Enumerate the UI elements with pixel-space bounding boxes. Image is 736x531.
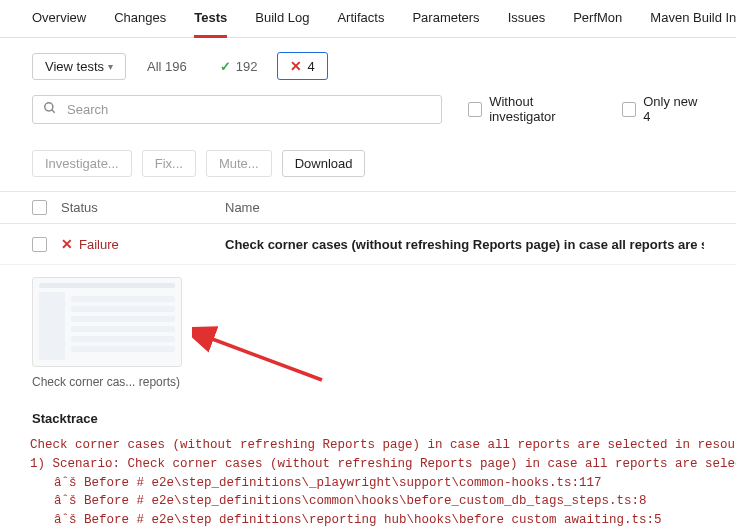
failed-count: 4 [307, 59, 314, 74]
thumbnail-caption: Check corner cas... reports) [32, 375, 212, 389]
tab-overview[interactable]: Overview [32, 10, 86, 37]
status-badge: ✕ Failure [61, 236, 211, 252]
stack-line: âˆš Before # e2e\step_definitions\_playw… [20, 474, 704, 493]
table-header: Status Name [0, 191, 736, 224]
view-tests-label: View tests [45, 59, 104, 74]
stack-line: âˆš Before # e2e\step_definitions\common… [20, 492, 704, 511]
table-row[interactable]: ✕ Failure Check corner cases (without re… [0, 224, 736, 265]
stack-line: Check corner cases (without refreshing R… [20, 436, 704, 455]
view-tests-dropdown[interactable]: View tests ▾ [32, 53, 126, 80]
checkbox-icon [468, 102, 482, 117]
tab-build-log[interactable]: Build Log [255, 10, 309, 37]
filter-all[interactable]: All 196 [134, 53, 200, 80]
passed-count: 192 [236, 59, 258, 74]
status-text: Failure [79, 237, 119, 252]
checkbox-icon [622, 102, 636, 117]
svg-line-1 [52, 109, 55, 112]
fix-button[interactable]: Fix... [142, 150, 196, 177]
search-input[interactable] [65, 101, 431, 118]
x-icon: ✕ [61, 236, 73, 252]
select-all-checkbox[interactable] [32, 200, 47, 215]
only-new-label: Only new 4 [643, 94, 704, 124]
filter-row: View tests ▾ All 196 ✓ 192 ✕ 4 [0, 38, 736, 80]
check-icon: ✓ [220, 59, 231, 74]
x-icon: ✕ [290, 58, 302, 74]
tab-perfmon[interactable]: PerfMon [573, 10, 622, 37]
svg-point-0 [45, 102, 53, 110]
test-name: Check corner cases (without refreshing R… [225, 237, 704, 252]
stacktrace-title: Stacktrace [0, 389, 736, 432]
screenshot-thumbnail[interactable] [32, 277, 182, 367]
tab-changes[interactable]: Changes [114, 10, 166, 37]
tab-bar: Overview Changes Tests Build Log Artifac… [0, 0, 736, 38]
mute-button[interactable]: Mute... [206, 150, 272, 177]
investigate-button[interactable]: Investigate... [32, 150, 132, 177]
chevron-down-icon: ▾ [108, 61, 113, 72]
tab-issues[interactable]: Issues [508, 10, 546, 37]
row-checkbox[interactable] [32, 237, 47, 252]
search-row: Without investigator Only new 4 [0, 80, 736, 124]
stack-line: âˆš Before # e2e\step definitions\report… [20, 511, 704, 530]
stack-line: 1) Scenario: Check corner cases (without… [20, 455, 704, 474]
filter-passed[interactable]: ✓ 192 [208, 54, 270, 79]
column-name: Name [225, 200, 260, 215]
column-status: Status [61, 200, 211, 215]
filter-failed[interactable]: ✕ 4 [277, 52, 327, 80]
search-icon [43, 101, 57, 118]
without-investigator-checkbox[interactable]: Without investigator [468, 94, 596, 124]
download-button[interactable]: Download [282, 150, 366, 177]
tab-tests[interactable]: Tests [194, 10, 227, 38]
search-box[interactable] [32, 95, 442, 124]
tab-artifacts[interactable]: Artifacts [337, 10, 384, 37]
only-new-checkbox[interactable]: Only new 4 [622, 94, 704, 124]
tab-parameters[interactable]: Parameters [412, 10, 479, 37]
action-row: Investigate... Fix... Mute... Download [0, 124, 736, 177]
stacktrace-body: Check corner cases (without refreshing R… [0, 432, 736, 530]
tab-maven-build-info[interactable]: Maven Build Info [650, 10, 736, 37]
screenshot-thumbnail-block: Check corner cas... reports) [0, 265, 736, 389]
without-investigator-label: Without investigator [489, 94, 596, 124]
